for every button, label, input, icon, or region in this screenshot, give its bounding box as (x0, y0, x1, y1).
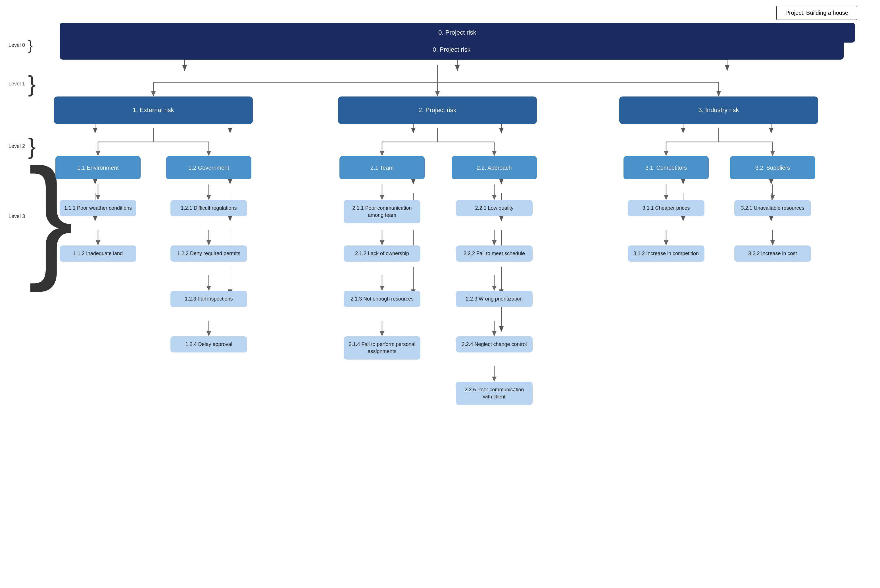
node-2.1.4: 2.1.4 Fail to perform personal assignmen… (344, 336, 420, 360)
project-title: Project: Building a house (776, 6, 857, 20)
node-environment: 1.1 Environment (56, 156, 141, 179)
svg-marker-63 (681, 179, 685, 184)
svg-marker-119 (492, 240, 496, 246)
svg-marker-103 (206, 240, 211, 246)
svg-marker-107 (206, 331, 211, 336)
svg-marker-37 (228, 179, 232, 184)
node-external-risk: 1. External risk (54, 96, 253, 124)
level1-brace: } (28, 71, 36, 96)
node-1.2.4: 1.2.4 Delay approval (170, 336, 247, 352)
node-1.1.2: 1.1.2 Inadequate land (60, 246, 136, 262)
svg-marker-125 (492, 376, 496, 382)
svg-marker-26 (681, 128, 685, 134)
level0-row: 0. Project risk (45, 40, 858, 60)
node-2.2.3: 2.2.3 Wrong prioritization (456, 291, 533, 307)
svg-marker-67 (769, 179, 773, 184)
svg-marker-35 (93, 216, 98, 221)
svg-marker-111 (380, 240, 384, 246)
svg-marker-53 (499, 179, 504, 184)
node-1.2.1: 1.2.1 Difficult regulations (170, 200, 247, 216)
node-approach: 2.2. Approach (452, 156, 537, 179)
node-industry-risk: 3. Industry risk (619, 96, 818, 124)
svg-marker-123 (492, 331, 496, 336)
node-1.1.1: 1.1.1 Poor weather conditions (60, 200, 136, 216)
node-project-risk: 2. Project risk (338, 96, 537, 124)
svg-marker-61 (499, 326, 504, 332)
svg-marker-28 (769, 128, 773, 134)
project-title-text: Project: Building a house (785, 10, 848, 16)
node-2.2.1: 2.2.1 Low quality (456, 200, 533, 216)
svg-marker-69 (769, 216, 773, 221)
node-2.2.2: 2.2.2 Fail to meet schedule (456, 246, 533, 262)
svg-marker-121 (492, 286, 496, 291)
svg-marker-113 (380, 286, 384, 291)
level1-label: Level 1 } (9, 80, 36, 88)
svg-marker-33 (93, 179, 98, 184)
level0-label: Level 0 } (9, 42, 33, 49)
svg-marker-55 (499, 216, 504, 221)
svg-marker-129 (664, 240, 668, 246)
level0-brace: } (28, 38, 33, 53)
node-2.1.3: 2.1.3 Not enough resources (344, 291, 420, 307)
node-competitors: 3.1. Competitors (623, 156, 709, 179)
node-2.2.5: 2.2.5 Poor communication with client (456, 382, 533, 405)
node-1.2.2: 1.2.2 Deny required permits (170, 246, 247, 262)
svg-marker-20 (411, 128, 415, 134)
svg-marker-16 (228, 128, 232, 134)
svg-marker-105 (206, 286, 211, 291)
node-team: 2.1 Team (340, 156, 425, 179)
svg-marker-22 (499, 128, 504, 134)
node-2.1.2: 2.1.2 Lack of ownership (344, 246, 420, 262)
node-2.1.1: 2.1.1 Poor communication among team (344, 200, 420, 224)
node-1.2.3: 1.2.3 Fail inspections (170, 291, 247, 307)
node-root: 0. Project risk (60, 40, 844, 60)
svg-marker-115 (380, 331, 384, 336)
node-3.1.1: 3.1.1 Cheaper prices (628, 200, 704, 216)
svg-marker-14 (93, 128, 98, 134)
svg-marker-39 (228, 216, 232, 221)
node-3.2.2: 3.2.2 Increase in cost (734, 246, 811, 262)
node-2.2.4: 2.2.4 Neglect change control (456, 336, 533, 352)
svg-marker-133 (770, 240, 775, 246)
svg-marker-65 (681, 216, 685, 221)
svg-marker-45 (411, 179, 415, 184)
node-3.1.2: 3.1.2 Increase in competition (628, 246, 704, 262)
node-government: 1.2 Government (166, 156, 251, 179)
node-suppliers: 3.2. Suppliers (730, 156, 815, 179)
svg-marker-99 (96, 240, 100, 246)
node-3.2.1: 3.2.1 Unavailable resources (734, 200, 811, 216)
